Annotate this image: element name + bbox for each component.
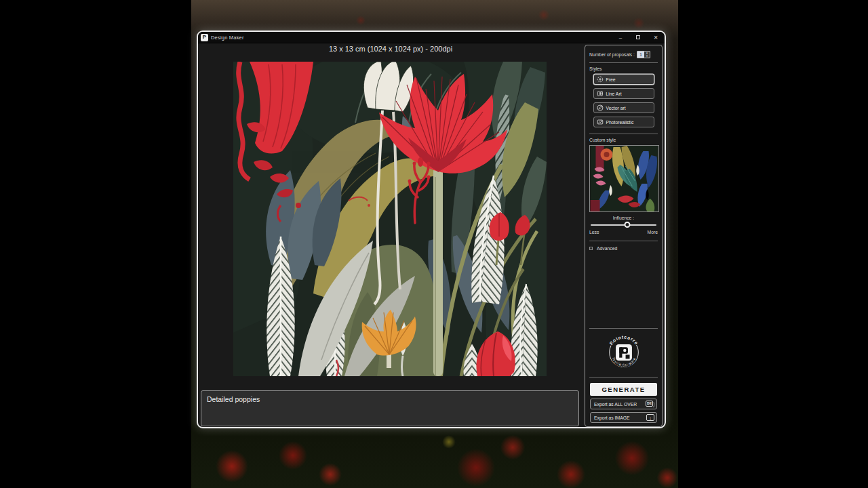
style-button-photorealistic[interactable]: Photorealistic (593, 117, 654, 127)
pen-nib-icon (597, 104, 604, 111)
separator (589, 241, 658, 241)
app-logo-icon: P (201, 34, 208, 41)
separator (589, 134, 658, 134)
export-allover-label: Export as ALL OVER (594, 402, 637, 407)
style-button-vector-art[interactable]: Vector art (593, 102, 654, 113)
svg-text:Pointcarre: Pointcarre (608, 334, 639, 346)
titlebar: P Design Maker – ✕ (198, 32, 665, 43)
logo-top-text: Pointcarre (608, 334, 639, 346)
design-maker-window: P Design Maker – ✕ 13 x 13 cm (1024 x 10… (197, 30, 666, 428)
custom-style-image (590, 146, 658, 211)
window-title: Design Maker (211, 35, 244, 41)
video-frame: P Design Maker – ✕ 13 x 13 cm (1024 x 10… (0, 0, 868, 488)
export-image-label: Export as IMAGE (594, 415, 630, 420)
proposals-value: 1 (637, 52, 644, 58)
slider-track[interactable] (591, 224, 656, 226)
style-label: Free (606, 77, 616, 82)
separator (589, 377, 658, 378)
free-style-icon (597, 76, 604, 83)
brand-logo: Pointcarre Textile Software (589, 333, 658, 372)
line-art-icon (597, 90, 604, 97)
photo-icon (597, 119, 604, 125)
pointcarre-logo: Pointcarre Textile Software (604, 333, 644, 372)
advanced-label: Advanced (597, 246, 617, 251)
export-allover-button[interactable]: Export as ALL OVER DE (590, 399, 657, 409)
close-button[interactable]: ✕ (647, 32, 665, 43)
canvas-dimensions-label: 13 x 13 cm (1024 x 1024 px) - 200dpi (198, 45, 583, 53)
separator (589, 62, 658, 63)
styles-label: Styles (589, 66, 658, 71)
proposals-spinner[interactable]: 1 ▲ ▼ (637, 51, 650, 58)
style-button-line-art[interactable]: Line Art (593, 88, 654, 99)
maximize-button[interactable] (629, 32, 647, 43)
proposals-label: Number of proposals : (589, 52, 635, 57)
allover-export-icon: DE (646, 401, 654, 407)
download-icon: ↓ (646, 414, 654, 421)
generate-button[interactable]: GENERATE (590, 383, 657, 396)
custom-style-thumbnail[interactable] (589, 145, 659, 212)
influence-slider[interactable] (591, 222, 656, 228)
generated-design-image (233, 62, 547, 376)
influence-label: Influence : (589, 216, 658, 220)
sidebar-panel: Number of proposals : 1 ▲ ▼ Styles (585, 45, 663, 427)
more-label: More (648, 230, 658, 235)
export-image-button[interactable]: Export as IMAGE ↓ (590, 412, 657, 423)
style-label: Line Art (606, 92, 622, 96)
spinner-down-icon[interactable]: ▼ (644, 55, 650, 58)
less-label: Less (589, 230, 599, 235)
slider-handle[interactable] (625, 222, 631, 228)
style-button-free[interactable]: Free (593, 74, 654, 85)
custom-style-label: Custom style (589, 138, 658, 142)
style-label: Vector art (606, 106, 626, 110)
expander-icon (589, 247, 593, 250)
advanced-expander[interactable]: Advanced (589, 246, 658, 251)
style-label: Photorealistic (606, 120, 634, 125)
prompt-input[interactable]: Detailed poppies (201, 390, 579, 426)
minimize-button[interactable]: – (612, 32, 629, 43)
separator (589, 328, 658, 329)
maximize-icon (636, 35, 640, 39)
styles-list: Free Line Art Vector a (593, 74, 654, 127)
